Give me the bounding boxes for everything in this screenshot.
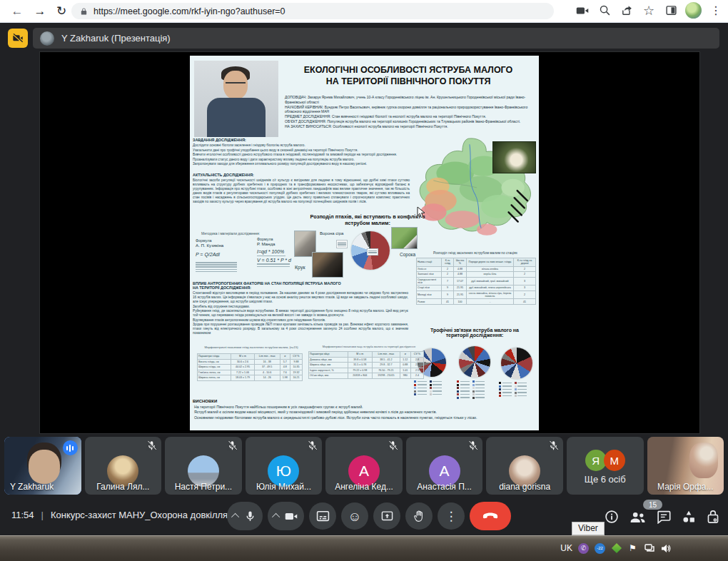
- mic-off-icon: [227, 440, 238, 451]
- crow-label: Ворона сіра: [320, 231, 343, 236]
- captions-icon: [316, 510, 330, 522]
- mouse-cursor: [417, 206, 426, 218]
- present-button[interactable]: [373, 502, 400, 530]
- zoom-icon[interactable]: [597, 3, 612, 19]
- magpie-label: Сорока: [400, 252, 415, 257]
- mic-button[interactable]: [227, 502, 263, 530]
- reload-icon[interactable]: ↻: [53, 3, 70, 20]
- windows-taskbar: S ✆ W X P UK ✆ -22 ⚑: [0, 535, 728, 561]
- participant-name: Ангеліна Кед...: [325, 482, 403, 492]
- participant-tile-y-zakharuk[interactable]: Y Zakharuk: [4, 437, 81, 495]
- back-icon[interactable]: ←: [9, 3, 26, 20]
- overflow-avatars: Я М: [585, 450, 625, 471]
- presentation-off-icon: [12, 34, 24, 44]
- mic-off-icon: [467, 440, 478, 451]
- mic-off-icon: [548, 440, 559, 451]
- mic-off-icon: [146, 440, 157, 451]
- formula-kuzyakin: Формула А. П. Кузякіна P = Q/2Adl: [196, 238, 246, 273]
- camera-off-warning-button[interactable]: [8, 29, 28, 48]
- more-options-button[interactable]: ⋮: [438, 502, 465, 530]
- browser-toolbar: ← → ↻ https://meet.google.com/rkf-iyin-n…: [0, 0, 728, 23]
- more-options-icon: ⋮: [445, 509, 457, 524]
- address-bar[interactable]: https://meet.google.com/rkf-iyin-ngo?aut…: [71, 3, 554, 19]
- participant-name: Анастасія П...: [406, 482, 483, 492]
- activities-icon: [682, 510, 696, 524]
- forward-icon[interactable]: →: [31, 3, 49, 20]
- share-icon[interactable]: [619, 3, 635, 19]
- system-tray: UK ✆ -22 ⚑: [560, 535, 671, 561]
- participant-filmstrip: Y Zakharuk Галина Лял... Настя Петри... …: [0, 437, 728, 495]
- meeting-time: 11:54: [11, 510, 34, 520]
- participant-name: Галина Лял...: [85, 482, 162, 492]
- side-panel-icon[interactable]: [663, 3, 679, 19]
- mic-options-chevron-icon[interactable]: [231, 513, 239, 521]
- nest-photo: [492, 141, 536, 173]
- participant-name: Y Zakharuk: [10, 482, 54, 492]
- presenter-banner[interactable]: Y Zakharuk (Презентація): [33, 28, 719, 49]
- language-indicator[interactable]: UK: [560, 543, 572, 553]
- participants-button[interactable]: [630, 510, 646, 524]
- lock-icon: [80, 7, 88, 16]
- tray-action-center-icon[interactable]: ⚑: [627, 543, 638, 554]
- trophic-pie-3: [501, 348, 532, 379]
- captions-button[interactable]: [309, 502, 336, 530]
- speaking-indicator-icon: [63, 440, 78, 455]
- participant-tile-anhelina[interactable]: А Ангеліна Кед...: [325, 437, 403, 495]
- trophic-legend-1: [414, 380, 451, 395]
- stations-table-title: Розподіл гнізд заселених яструбом малим …: [414, 251, 537, 256]
- conclusions-list: На території Північного Покуття найбільш…: [194, 405, 535, 420]
- mic-off-icon: [388, 440, 398, 451]
- raven-photo: [312, 252, 343, 278]
- camera-button[interactable]: [268, 502, 304, 530]
- tray-antivirus-icon[interactable]: [611, 543, 622, 554]
- nest-table: Параметри гніздаM ± mLim min - maxσCV %В…: [197, 353, 303, 381]
- poster-title: ЕКОЛОГІЧНІ ОСОБЛИВОСТІ ЯСТРУБА МАЛОГО НА…: [281, 65, 535, 87]
- tray-network-icon[interactable]: [644, 543, 654, 554]
- panel-controls: [605, 510, 719, 524]
- mic-off-icon: [307, 440, 318, 451]
- tray-volume-icon[interactable]: [660, 543, 671, 554]
- tray-weather-icon[interactable]: -22: [595, 543, 605, 554]
- meeting-name: Конкурс-захист МАНУ_Охорона довкілля: [51, 510, 228, 520]
- participant-name: diana gorisna: [486, 482, 563, 492]
- participant-tile-yulia[interactable]: Ю Юлія Михай...: [246, 437, 323, 495]
- egg-table: Параметри яйцяM ± mLim min - maxσCV %Дов…: [308, 351, 424, 379]
- trophic-header: Трофічні зв'язки яструба малого на терит…: [411, 328, 538, 338]
- methods-label: Методика і матеріали дослідження:: [201, 231, 260, 236]
- activities-button[interactable]: [682, 510, 696, 524]
- browser-menu-icon[interactable]: ⋮: [708, 3, 724, 19]
- participant-tile-diana[interactable]: diana gorisna: [486, 437, 563, 495]
- trophic-legend-2: [457, 380, 494, 399]
- chat-button[interactable]: [657, 510, 671, 524]
- participant-tile-anastasia[interactable]: А Анастасія П...: [406, 437, 483, 495]
- bookmark-star-icon[interactable]: ☆: [641, 3, 657, 19]
- raise-hand-button[interactable]: [405, 502, 433, 530]
- trophic-legend-3: [499, 382, 536, 397]
- participant-name: Юлія Михай...: [246, 482, 323, 492]
- host-controls-button[interactable]: [707, 510, 719, 524]
- participant-tile-nastia[interactable]: Настя Петри...: [165, 437, 242, 495]
- camera-icon: [285, 511, 298, 522]
- lock-icon: [707, 510, 719, 524]
- camera-permission-icon[interactable]: [575, 3, 590, 19]
- browser-profile-avatar[interactable]: [685, 2, 702, 19]
- meeting-details-button[interactable]: [605, 510, 619, 524]
- screen: ← → ↻ https://meet.google.com/rkf-iyin-n…: [0, 0, 728, 561]
- tray-viber-icon[interactable]: ✆: [578, 543, 589, 554]
- chat-icon: [657, 510, 671, 524]
- overflow-label: Ще 6 осіб: [567, 474, 644, 485]
- pie-callout: [367, 248, 378, 256]
- participant-tile-maria[interactable]: Марія Орфа...: [647, 437, 724, 495]
- participant-tile-halyna[interactable]: Галина Лял...: [85, 437, 162, 495]
- call-controls: ☺ ⋮: [227, 502, 511, 530]
- relevance-header: АКТУАЛЬНІСТЬ ДОСЛІДЖЕННЯ:: [193, 173, 254, 177]
- end-call-button[interactable]: [470, 502, 511, 530]
- camera-options-chevron-icon[interactable]: [272, 513, 280, 521]
- magpie-photo: [391, 227, 418, 249]
- anthro-text: Спонтанний відстріл мисливцями в період …: [193, 291, 408, 336]
- shared-poster: ЕКОЛОГІЧНІ ОСОБЛИВОСТІ ЯСТРУБА МАЛОГО НА…: [190, 56, 539, 430]
- people-icon: [630, 510, 646, 524]
- reactions-button[interactable]: ☺: [341, 502, 368, 530]
- pie-callout: [336, 240, 348, 248]
- participant-tile-overflow[interactable]: Я М Ще 6 осіб: [567, 437, 644, 495]
